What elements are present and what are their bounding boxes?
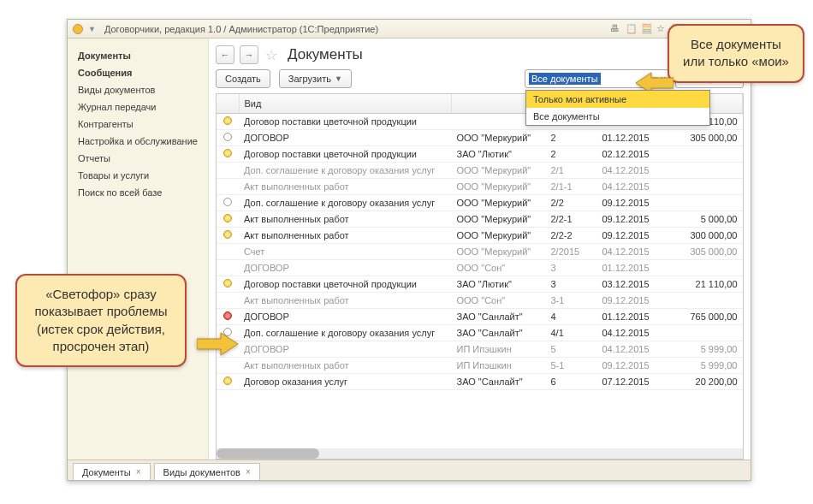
cell: Акт выполненных работ	[239, 179, 452, 195]
table-row[interactable]: ДОГОВОРООО "Меркурий"201.12.2015305 000,…	[217, 130, 743, 146]
cell: 5 999,00	[666, 341, 743, 358]
cell	[666, 260, 743, 276]
cell: 09.12.2015	[597, 195, 666, 211]
cell	[666, 293, 743, 309]
cell: 01.12.2015	[597, 309, 666, 325]
sidebar-item-goods[interactable]: Товары и услуги	[78, 167, 198, 184]
chevron-down-icon: ▼	[335, 74, 342, 83]
cell	[666, 146, 743, 163]
cell: 04.12.2015	[597, 244, 666, 260]
sidebar-item-documents[interactable]: Документы	[78, 47, 198, 64]
cell: 5	[546, 341, 597, 358]
col-light[interactable]	[217, 94, 239, 114]
cell: 20 200,00	[666, 374, 743, 390]
forward-button[interactable]: →	[240, 45, 258, 64]
cell	[666, 325, 743, 341]
sidebar: Документы Сообщения Виды документов Журн…	[68, 39, 209, 460]
cell	[217, 114, 239, 130]
cell: ДОГОВОР	[239, 130, 452, 146]
dropdown-icon[interactable]: ▼	[88, 25, 96, 33]
cell: Счет	[239, 244, 452, 260]
cell: 07.12.2015	[597, 374, 666, 390]
cell	[666, 195, 743, 211]
cell	[217, 358, 239, 374]
cell: 4/1	[546, 325, 597, 341]
table-row[interactable]: Договор поставки цветочной продукцииЗАО …	[217, 146, 743, 163]
table-row[interactable]: ДОГОВОРИП Ипэшкин504.12.20155 999,00	[217, 341, 743, 358]
horizontal-scrollbar[interactable]	[217, 448, 743, 459]
back-button[interactable]: ←	[216, 45, 234, 64]
title-bar: ▼ Договорчики, редакция 1.0 / Администра…	[68, 20, 751, 39]
cell	[217, 195, 239, 211]
tab-documents[interactable]: Документы×	[73, 463, 151, 480]
cell: 305 000,00	[666, 244, 743, 260]
sidebar-item-counterparties[interactable]: Контрагенты	[78, 116, 198, 133]
cell: ООО "Сон"	[452, 260, 546, 276]
cell: Доп. соглашение к договору оказания услу…	[239, 195, 452, 211]
sidebar-item-reports[interactable]: Отчеты	[78, 150, 198, 167]
cell: ООО "Меркурий"	[452, 130, 546, 146]
table-row[interactable]: Доп. соглашение к договору оказания услу…	[217, 163, 743, 179]
table-row[interactable]: Договор оказания услугЗАО "Санлайт"607.1…	[217, 374, 743, 390]
cell: Договор поставки цветочной продукции	[239, 114, 452, 130]
star-icon[interactable]: ☆	[656, 23, 668, 35]
status-light-icon	[223, 279, 232, 288]
cell: ООО "Меркурий"	[452, 163, 546, 179]
cell: 765 000,00	[666, 309, 743, 325]
table-row[interactable]: Акт выполненных работООО "Меркурий"2/2-2…	[217, 228, 743, 244]
callout-filter: Все документы или только «мои»	[668, 24, 804, 83]
tab-doc-types[interactable]: Виды документов×	[154, 463, 260, 480]
load-button[interactable]: Загрузить▼	[279, 69, 352, 88]
cell	[217, 309, 239, 325]
table-row[interactable]: Доп. соглашение к договору оказания услу…	[217, 325, 743, 341]
cell	[217, 244, 239, 260]
scroll-thumb[interactable]	[217, 448, 319, 459]
cell: 09.12.2015	[597, 211, 666, 228]
cell	[217, 163, 239, 179]
cell	[217, 260, 239, 276]
col-type[interactable]: Вид	[239, 94, 452, 114]
sidebar-item-settings[interactable]: Настройка и обслуживание	[78, 133, 198, 150]
cell	[217, 374, 239, 390]
cell: ДОГОВОР	[239, 260, 452, 276]
calc-icon[interactable]: 🧮	[641, 23, 653, 35]
print-icon[interactable]: 🖶	[610, 23, 622, 35]
table-row[interactable]: Договор поставки цветочной продукцииЗАО …	[217, 276, 743, 293]
cell: ЗАО "Санлайт"	[452, 374, 546, 390]
cell: 305 000,00	[666, 130, 743, 146]
cell: ООО "Меркурий"	[452, 228, 546, 244]
cell: ООО "Сон"	[452, 293, 546, 309]
cell: 4	[546, 309, 597, 325]
cell: ЗАО "Лютик"	[452, 146, 546, 163]
table-row[interactable]: ДОГОВОРООО "Сон"301.12.2015	[217, 260, 743, 276]
main-area: ← → ☆ Документы Создать Загрузить▼ Все д…	[209, 39, 751, 460]
cell: 04.12.2015	[597, 341, 666, 358]
sidebar-item-doc-types[interactable]: Виды документов	[78, 81, 198, 98]
cell: 02.12.2015	[597, 146, 666, 163]
cell: 5 999,00	[666, 358, 743, 374]
cell: 2/1-1	[546, 179, 597, 195]
cell: 5-1	[546, 358, 597, 374]
table-row[interactable]: СчетООО "Меркурий"2/201504.12.2015305 00…	[217, 244, 743, 260]
table-row[interactable]: Акт выполненных работООО "Сон"3-109.12.2…	[217, 293, 743, 309]
cell: 6	[546, 374, 597, 390]
sidebar-item-transfer-log[interactable]: Журнал передачи	[78, 98, 198, 116]
table-row[interactable]: Акт выполненных работООО "Меркурий"2/2-1…	[217, 211, 743, 228]
tab-close-icon[interactable]: ×	[246, 467, 251, 477]
status-light-icon	[223, 377, 232, 385]
table-row[interactable]: Акт выполненных работООО "Меркурий"2/1-1…	[217, 179, 743, 195]
table-row[interactable]: Акт выполненных работИП Ипэшкин5-109.12.…	[217, 358, 743, 374]
filter-option-mine[interactable]: Только мои активные	[526, 91, 709, 108]
tab-close-icon[interactable]: ×	[136, 467, 141, 477]
favorite-icon[interactable]: ☆	[264, 47, 279, 62]
sidebar-item-search-all[interactable]: Поиск по всей базе	[78, 184, 198, 201]
filter-option-all[interactable]: Все документы	[526, 108, 709, 125]
arrow-right-icon	[197, 330, 238, 358]
clipboard-icon[interactable]: 📋	[626, 23, 638, 35]
create-button[interactable]: Создать	[216, 69, 270, 88]
table-row[interactable]: ДОГОВОРЗАО "Санлайт"401.12.2015765 000,0…	[217, 309, 743, 325]
cell: ООО "Меркурий"	[452, 179, 546, 195]
table-row[interactable]: Доп. соглашение к договору оказания услу…	[217, 195, 743, 211]
cell: Договор поставки цветочной продукции	[239, 276, 452, 293]
sidebar-item-messages[interactable]: Сообщения	[78, 64, 198, 81]
